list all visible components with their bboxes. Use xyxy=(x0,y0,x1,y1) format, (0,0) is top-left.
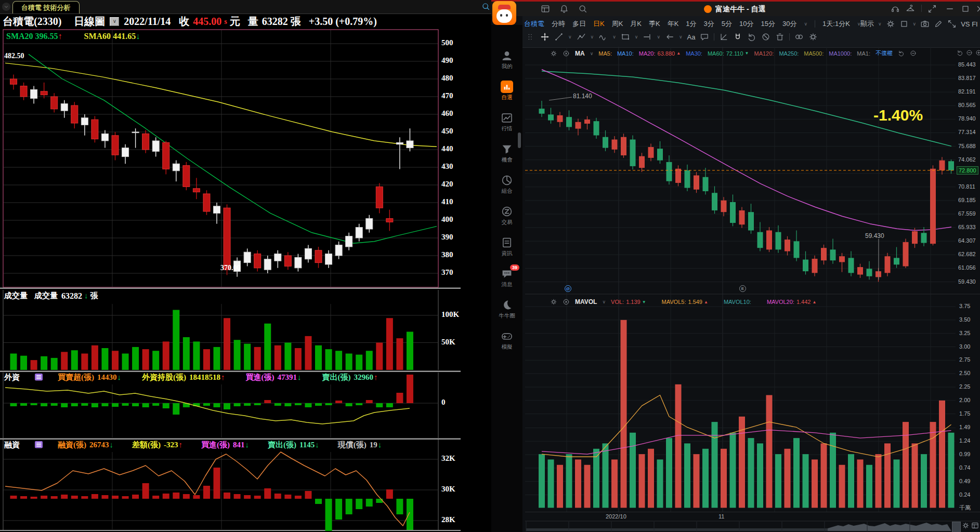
indicator-settings-icon[interactable] xyxy=(550,298,557,305)
period-tab[interactable]: 月K xyxy=(630,19,642,29)
price-axis-tick: 380 xyxy=(441,250,453,259)
chevron-down-icon[interactable]: ∨ xyxy=(878,21,882,26)
vs-label[interactable]: VS FI xyxy=(961,20,978,28)
link-charts-icon[interactable] xyxy=(794,32,804,42)
price-axis-tick: 62.682 xyxy=(958,251,976,257)
range-selector[interactable]: 1天:1分K xyxy=(822,19,850,29)
move-tool-icon[interactable] xyxy=(540,32,550,42)
period-tab[interactable]: 5分 xyxy=(722,19,732,29)
maximize-icon[interactable] xyxy=(961,4,970,14)
wave-tool-icon[interactable] xyxy=(598,32,608,42)
sidebar-item-行情[interactable]: 行情 xyxy=(491,112,522,132)
grid-icon[interactable] xyxy=(971,522,979,529)
sidebar-item-消息[interactable]: 消息39 xyxy=(491,268,522,288)
period-tab[interactable]: 多日 xyxy=(572,19,586,29)
gear-icon[interactable] xyxy=(962,522,970,529)
zoom-out-icon[interactable] xyxy=(910,50,917,57)
sidebar-item-模擬[interactable]: 模擬 xyxy=(491,330,522,351)
minimize-icon[interactable] xyxy=(945,4,955,14)
period-tab[interactable]: 周K xyxy=(612,19,623,29)
arrow-tool-icon[interactable] xyxy=(665,32,674,42)
volume-value: 63282 xyxy=(262,16,288,28)
collapse-icon[interactable] xyxy=(947,19,957,29)
price-axis-tick: 78.940 xyxy=(958,115,976,122)
period-tab[interactable]: 1分 xyxy=(686,19,696,29)
indicator-settings-icon[interactable] xyxy=(550,50,557,57)
mavol-indicator-row: MAVOL ∨ VOL: 1.139 ▼ MAVOL5: 1.549 ▲ MAV… xyxy=(550,298,816,305)
period-tab[interactable]: 季K xyxy=(649,19,660,29)
tab-stock[interactable]: 台積電 xyxy=(524,19,544,29)
earnings-event-icon[interactable]: E xyxy=(739,285,746,292)
chevron-down-icon[interactable]: ∨ xyxy=(804,21,807,26)
sidebar-item-組合[interactable]: 組合 xyxy=(491,174,522,195)
sidebar-item-牛牛圈[interactable]: 牛牛圈 xyxy=(491,299,522,320)
angle-tool-icon[interactable] xyxy=(719,32,728,42)
list-icon[interactable] xyxy=(34,441,43,449)
undo-icon[interactable] xyxy=(898,50,905,57)
period-tab[interactable]: 分時 xyxy=(552,19,565,29)
announcement-event-icon[interactable]: @ xyxy=(565,285,571,292)
sidebar-item-我的[interactable]: 我的 xyxy=(491,49,522,70)
chevron-down-icon[interactable]: ∨ xyxy=(913,21,917,26)
tab-menu-button[interactable] xyxy=(2,3,10,11)
chevron-down-icon[interactable]: ∨ xyxy=(590,51,594,56)
chevron-down-icon[interactable]: ∨ xyxy=(602,299,606,304)
close-icon[interactable] xyxy=(975,4,980,14)
text-tool[interactable]: Aa xyxy=(687,33,696,41)
zoom-in-icon[interactable] xyxy=(975,49,980,56)
gear-icon[interactable] xyxy=(808,32,818,42)
layout-icon[interactable] xyxy=(541,4,550,14)
support-icon[interactable] xyxy=(891,4,900,14)
comment-tool-icon[interactable] xyxy=(700,32,709,42)
list-icon[interactable] xyxy=(34,374,43,381)
period-tab[interactable]: 30分 xyxy=(782,19,796,29)
rectangle-tool-icon[interactable] xyxy=(621,32,630,42)
zring-icon xyxy=(501,205,513,218)
theme-icon[interactable] xyxy=(906,4,915,14)
trendline-tool-icon[interactable] xyxy=(554,32,564,42)
search-icon[interactable] xyxy=(481,2,490,11)
sidebar-item-交易[interactable]: 交易 xyxy=(491,205,522,226)
tab-technical-analysis[interactable]: 台積電 技術分析 xyxy=(12,1,80,14)
search-icon[interactable] xyxy=(578,4,587,14)
layout-select-icon[interactable] xyxy=(899,19,909,29)
magnet-tool-icon[interactable] xyxy=(733,32,742,42)
period-tab-active[interactable]: 日K xyxy=(593,19,605,29)
date-axis-label: 11 xyxy=(718,513,724,520)
indicator-name[interactable]: MA xyxy=(575,50,585,57)
period-tab[interactable]: 年K xyxy=(668,19,679,29)
sidebar-item-自選[interactable]: 自選 xyxy=(491,81,522,101)
measure-tool-icon[interactable] xyxy=(643,32,652,42)
zoom-out-icon[interactable] xyxy=(966,49,973,56)
sidebar-item-資訊[interactable]: 資訊 xyxy=(491,236,522,257)
chart-type-dropdown[interactable]: ∨ xyxy=(110,17,119,26)
indicator-close-icon[interactable] xyxy=(563,298,570,305)
navigator-handle[interactable] xyxy=(952,522,961,532)
period-tab[interactable]: 15分 xyxy=(761,19,775,29)
price-axis-tick: 480 xyxy=(441,74,453,83)
edit-icon[interactable] xyxy=(934,19,943,29)
reset-icon[interactable] xyxy=(957,49,963,56)
volume-axis-tick: 0.99 xyxy=(959,451,970,457)
period-tab[interactable]: 10分 xyxy=(739,19,753,29)
polyline-tool-icon[interactable] xyxy=(577,32,586,42)
indicator-name[interactable]: MAVOL xyxy=(575,298,597,305)
currency-label: 元 xyxy=(230,15,240,29)
chart-zoom-controls xyxy=(957,49,980,56)
period-tab[interactable]: 3分 xyxy=(704,19,714,29)
screenshot-icon[interactable] xyxy=(920,19,930,29)
sidebar-item-label: 模擬 xyxy=(491,343,522,351)
volume-axis-tick: 50K xyxy=(441,338,455,347)
notifications-icon[interactable] xyxy=(559,4,569,14)
drag-handle-icon[interactable] xyxy=(526,32,535,42)
restore-window-icon[interactable] xyxy=(927,4,937,14)
trash-icon[interactable] xyxy=(775,32,785,42)
hide-drawings-icon[interactable] xyxy=(761,32,770,42)
gear-icon[interactable] xyxy=(886,19,895,29)
sidebar-scrollbar[interactable] xyxy=(518,132,521,148)
price-axis-tick: 490 xyxy=(441,56,453,65)
adjust-mode[interactable]: 不復權 xyxy=(876,49,893,57)
undo-icon[interactable] xyxy=(747,32,756,42)
display-menu[interactable]: 顯示 xyxy=(860,19,874,29)
indicator-close-icon[interactable] xyxy=(563,50,570,57)
